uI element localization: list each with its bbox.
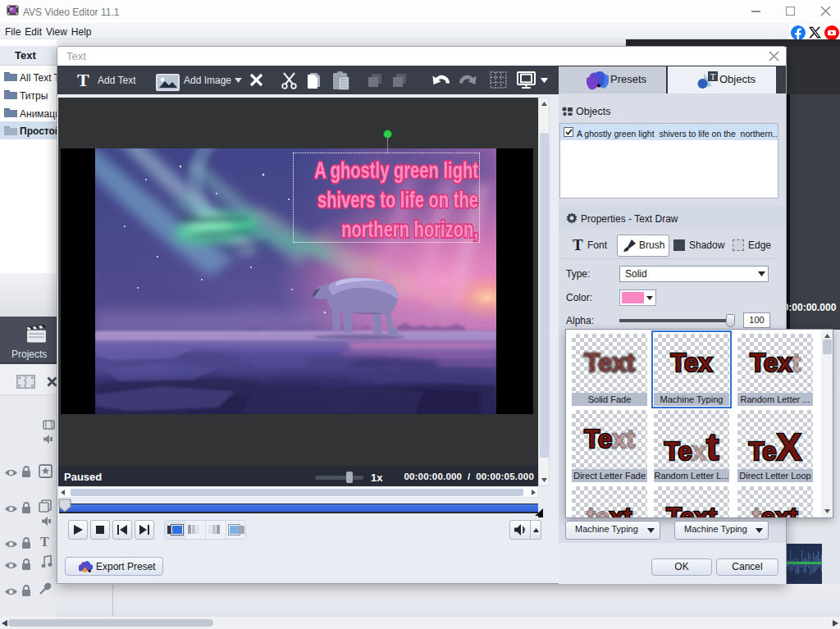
- svg-text:T: T: [710, 71, 716, 81]
